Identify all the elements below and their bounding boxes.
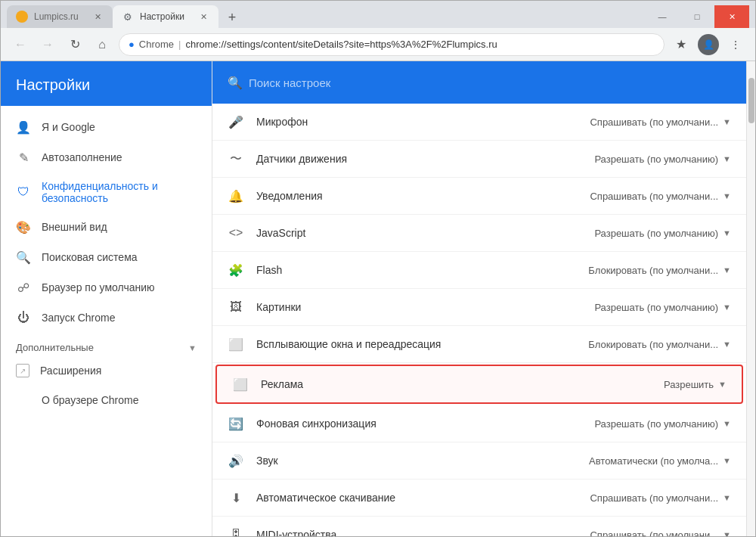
chevron-down-icon: ▼ <box>723 530 731 536</box>
item-control-motion[interactable]: Разрешать (по умолчанию) ▼ <box>594 154 731 165</box>
sidebar-item-browser[interactable]: ☍ Браузер по умолчанию <box>1 272 212 303</box>
tab-close-lumpics[interactable]: ✕ <box>91 11 104 23</box>
sidebar-item-privacy[interactable]: 🛡 Конфиденциальность и безопасность <box>1 172 212 212</box>
ad-icon: ⬜ <box>232 376 249 393</box>
tab-favicon-settings: ⚙ <box>122 11 134 23</box>
sidebar-item-autofill[interactable]: ✎ Автозаполнение <box>1 142 212 172</box>
item-label-sound: Звук <box>256 455 577 467</box>
puzzle-icon: 🧩 <box>228 262 244 278</box>
sidebar-title: Настройки <box>1 61 212 106</box>
bell-icon: 🔔 <box>228 188 244 204</box>
image-icon: 🖼 <box>228 299 244 315</box>
sidebar-item-launch[interactable]: ⏻ Запуск Chrome <box>1 303 212 333</box>
sidebar-item-google[interactable]: 👤 Я и Google <box>1 112 212 142</box>
profile-avatar-icon: 👤 <box>703 39 714 50</box>
sidebar-item-extensions[interactable]: ↗ Расширения <box>1 356 212 385</box>
list-item-background: 🔄Фоновая синхронизацияРазрешать (по умол… <box>212 405 746 442</box>
address-input[interactable]: ● Chrome | chrome://settings/content/sit… <box>119 33 665 56</box>
item-control-midi[interactable]: Спрашивать (по умолчани... ▼ <box>590 529 731 537</box>
sidebar-item-search-label: Поисковая система <box>42 251 138 263</box>
sidebar-item-privacy-label: Конфиденциальность и безопасность <box>42 180 197 204</box>
list-item-download: ⬇Автоматическое скачиваниеСпрашивать (по… <box>212 480 746 517</box>
item-control-ads[interactable]: Разрешить ▼ <box>664 379 727 390</box>
sidebar-item-autofill-label: Автозаполнение <box>42 151 122 163</box>
motion-icon: 〜 <box>228 151 244 167</box>
chevron-down-icon: ▼ <box>723 303 731 312</box>
sidebar-item-about[interactable]: О браузере Chrome <box>1 385 212 415</box>
list-item-midi: 🎛MIDI-устройстваСпрашивать (по умолчани.… <box>212 517 746 536</box>
content-area: 🔍 🎤МикрофонСпрашивать (по умолчани... ▼〜… <box>212 61 746 536</box>
midi-icon: 🎛 <box>228 526 244 536</box>
sidebar-item-extensions-label: Расширения <box>40 365 101 377</box>
address-site: Chrome <box>139 39 174 50</box>
chevron-down-icon: ▼ <box>723 340 731 349</box>
address-separator: | <box>178 39 181 50</box>
maximize-button[interactable]: □ <box>680 5 714 28</box>
edit-icon: ✎ <box>16 150 31 165</box>
sound-icon: 🔊 <box>228 452 244 469</box>
sync-icon: 🔄 <box>228 415 244 432</box>
new-tab-button[interactable]: + <box>222 7 243 28</box>
reload-button[interactable]: ↻ <box>64 34 85 55</box>
list-item-microphone: 🎤МикрофонСпрашивать (по умолчани... ▼ <box>212 104 746 141</box>
profile-button[interactable]: 👤 <box>698 34 719 55</box>
sidebar-item-appearance[interactable]: 🎨 Внешний вид <box>1 212 212 242</box>
sidebar-item-about-label: О браузере Chrome <box>42 394 139 406</box>
chevron-down-icon: ▼ <box>723 419 731 428</box>
tab-lumpics[interactable]: Lumpics.ru ✕ <box>7 5 113 28</box>
item-control-flash[interactable]: Блокировать (по умолчани... ▼ <box>588 265 731 276</box>
content-search-input[interactable] <box>249 76 731 89</box>
item-control-javascript[interactable]: Разрешать (по умолчанию) ▼ <box>594 228 731 239</box>
tab-close-settings[interactable]: ✕ <box>197 11 209 23</box>
tab-settings[interactable]: ⚙ Настройки ✕ <box>113 5 218 28</box>
item-label-download: Автоматическое скачивание <box>256 492 578 504</box>
minimize-button[interactable]: — <box>645 5 680 28</box>
bookmark-button[interactable]: ★ <box>671 34 692 55</box>
item-control-download[interactable]: Спрашивать (по умолчани... ▼ <box>590 492 731 504</box>
item-label-background: Фоновая синхронизация <box>256 417 582 430</box>
sidebar-item-google-label: Я и Google <box>42 121 95 133</box>
item-control-notifications[interactable]: Спрашивать (по умолчани... ▼ <box>590 191 731 202</box>
item-control-popups[interactable]: Блокировать (по умолчани... ▼ <box>588 339 731 350</box>
item-control-sound[interactable]: Автоматически (по умолча... ▼ <box>589 455 731 467</box>
shield-icon: 🛡 <box>16 185 31 200</box>
main-content: Настройки 👤 Я и Google ✎ Автозаполнение … <box>1 61 755 536</box>
item-label-images: Картинки <box>256 301 582 313</box>
more-section[interactable]: Дополнительные ▼ <box>1 333 212 356</box>
scrollbar[interactable] <box>746 61 755 536</box>
chevron-down-icon: ▼ <box>723 228 731 237</box>
item-control-background[interactable]: Разрешать (по умолчанию) ▼ <box>594 418 731 430</box>
chevron-down-icon: ▼ <box>723 265 731 275</box>
forward-button[interactable]: → <box>37 34 58 55</box>
item-label-motion: Датчики движения <box>256 153 582 165</box>
content-search: 🔍 <box>228 76 731 90</box>
chevron-down-icon: ▼ <box>188 343 197 352</box>
list-item-sound: 🔊ЗвукАвтоматически (по умолча... ▼ <box>212 442 746 480</box>
item-label-popups: Всплывающие окна и переадресация <box>256 338 576 350</box>
sidebar-item-appearance-label: Внешний вид <box>42 221 107 233</box>
close-button[interactable]: ✕ <box>714 5 749 28</box>
code-icon: <> <box>228 225 244 241</box>
scroll-thumb[interactable] <box>748 78 754 123</box>
chevron-down-icon: ▼ <box>723 191 731 200</box>
tab-title-settings: Настройки <box>140 11 191 22</box>
item-label-midi: MIDI-устройства <box>256 529 578 536</box>
item-label-flash: Flash <box>256 264 576 276</box>
person-icon: 👤 <box>16 120 31 135</box>
power-icon: ⏻ <box>16 310 31 325</box>
palette-icon: 🎨 <box>16 219 31 234</box>
sidebar-item-search[interactable]: 🔍 Поисковая система <box>1 242 212 272</box>
content-header: 🔍 <box>212 61 746 104</box>
download-icon: ⬇ <box>228 489 244 506</box>
list-item-images: 🖼КартинкиРазрешать (по умолчанию) ▼ <box>212 289 746 326</box>
list-item-flash: 🧩FlashБлокировать (по умолчани... ▼ <box>212 252 746 289</box>
home-button[interactable]: ⌂ <box>91 34 113 55</box>
item-control-microphone[interactable]: Спрашивать (по умолчани... ▼ <box>590 116 731 128</box>
item-control-images[interactable]: Разрешать (по умолчанию) ▼ <box>594 302 731 313</box>
mic-icon: 🎤 <box>228 113 244 130</box>
menu-button[interactable]: ⋮ <box>725 34 746 55</box>
list-item-javascript: <>JavaScriptРазрешать (по умолчанию) ▼ <box>212 215 746 252</box>
info-icon <box>16 393 31 408</box>
back-button[interactable]: ← <box>10 34 31 55</box>
lock-icon: ● <box>129 39 135 50</box>
